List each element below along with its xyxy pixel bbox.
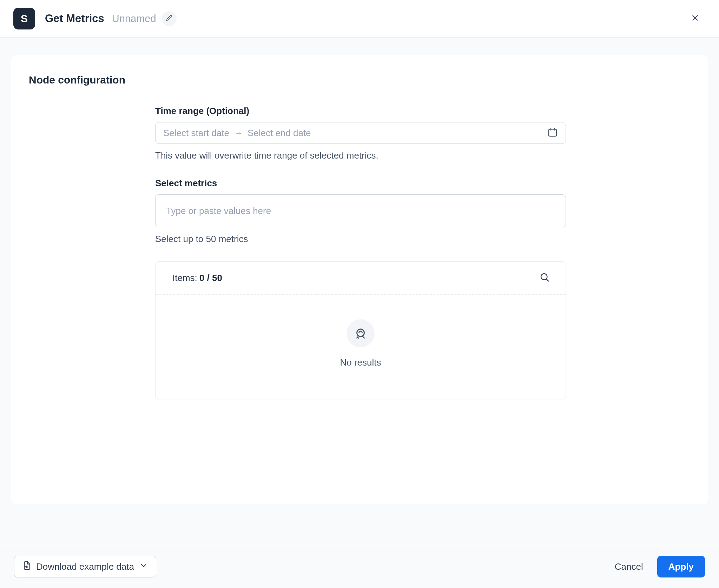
start-date-placeholder: Select start date <box>163 128 229 139</box>
no-results-text: No results <box>340 357 381 368</box>
search-button[interactable] <box>537 271 552 285</box>
close-icon <box>691 13 700 24</box>
svg-rect-0 <box>549 129 557 136</box>
config-card: Node configuration Time range (Optional)… <box>11 55 708 504</box>
items-label: Items: <box>172 273 197 283</box>
close-button[interactable] <box>688 12 702 26</box>
modal-title: Get Metrics <box>45 12 104 25</box>
metrics-input-wrapper <box>155 194 566 227</box>
app-icon: S <box>13 8 35 29</box>
download-example-button[interactable]: Download example data <box>14 556 156 577</box>
download-file-icon <box>22 561 31 573</box>
metrics-help: Select up to 50 metrics <box>155 234 566 245</box>
results-header: Items: 0 / 50 <box>156 262 566 295</box>
cancel-button[interactable]: Cancel <box>607 556 651 577</box>
time-range-help: This value will overwrite time range of … <box>155 150 566 161</box>
time-range-label: Time range (Optional) <box>155 106 566 116</box>
apply-button[interactable]: Apply <box>657 556 705 577</box>
arrow-right-icon: → <box>234 128 243 138</box>
svg-point-1 <box>541 274 547 280</box>
metrics-label: Select metrics <box>155 178 566 189</box>
items-count: 0 / 50 <box>199 273 222 283</box>
main-area: Node configuration Time range (Optional)… <box>0 38 719 545</box>
time-range-input[interactable]: Select start date → Select end date <box>155 122 566 144</box>
chevron-down-icon <box>139 561 148 573</box>
section-heading: Node configuration <box>29 74 690 86</box>
pencil-icon <box>166 15 172 22</box>
header-bar: S Get Metrics Unnamed <box>0 0 719 38</box>
modal-subtitle: Unnamed <box>112 13 156 25</box>
search-icon <box>539 272 550 284</box>
calendar-icon <box>547 127 558 139</box>
end-date-placeholder: Select end date <box>248 128 311 139</box>
footer-bar: Download example data Cancel Apply <box>0 545 719 588</box>
app-icon-letter: S <box>21 13 28 25</box>
no-results-icon <box>347 319 375 347</box>
results-panel: Items: 0 / 50 <box>155 261 566 400</box>
metrics-input[interactable] <box>165 205 556 217</box>
edit-name-button[interactable] <box>162 11 177 26</box>
svg-point-2 <box>357 329 364 336</box>
results-body: No results <box>156 295 566 400</box>
download-example-label: Download example data <box>36 561 134 572</box>
